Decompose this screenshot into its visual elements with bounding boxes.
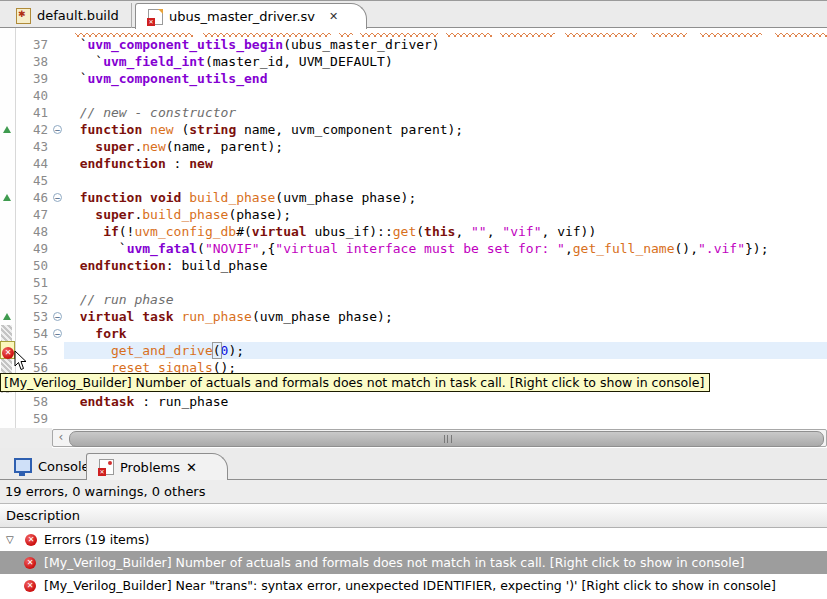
fold-ruler-cell: −	[52, 308, 64, 325]
code-line[interactable]: `uvm_field_int(master_id, UVM_DEFAULT)	[64, 53, 827, 70]
code-editor[interactable]: 37 `uvm_component_utils_begin(ubus_maste…	[0, 28, 827, 448]
annotation-cell	[0, 308, 16, 325]
problem-row-text: [My_Verilog_Builder] Number of actuals a…	[44, 555, 744, 570]
code-token-plain	[64, 224, 103, 239]
line-number: 46	[16, 189, 52, 206]
code-token-plain: );	[228, 343, 244, 358]
error-tooltip: [My_Verilog_Builder] Number of actuals a…	[0, 373, 710, 392]
tab-default-build[interactable]: default.build	[4, 3, 132, 28]
code-line[interactable]: if(!uvm_config_db#(virtual ubus_if)::get…	[64, 223, 827, 240]
problem-row-text: [My_Verilog_Builder] Near "trans": synta…	[44, 578, 776, 593]
errors-group-row[interactable]: ▽ ✕ Errors (19 items)	[0, 528, 827, 551]
code-token-macro: uvm_field_int	[103, 54, 205, 69]
code-token-plain: (),	[675, 241, 698, 256]
fold-ruler-cell	[52, 410, 64, 427]
code-line[interactable]: super.build_phase(phase);	[64, 206, 827, 223]
line-number: 52	[16, 291, 52, 308]
occurrence-arrow-icon	[3, 126, 11, 133]
fold-ruler-cell	[52, 240, 64, 257]
code-line[interactable]: // run phase	[64, 291, 827, 308]
tab-ubus-master-driver[interactable]: ubus_master_driver.sv ✕	[135, 3, 367, 29]
tab-label: default.build	[37, 8, 119, 23]
code-line[interactable]	[64, 274, 827, 291]
code-token-plain: :	[166, 156, 189, 171]
annotation-cell	[0, 53, 16, 70]
code-line[interactable]: function new (string name, uvm_component…	[64, 121, 827, 138]
scrollbar-left-arrow-icon[interactable]: ‹	[54, 431, 68, 445]
code-token-plain: #(	[236, 224, 252, 239]
occurrence-arrow-icon	[3, 194, 11, 201]
code-token-keyword: endtask	[80, 394, 135, 409]
editor-line-row: ✕55 get_and_drive(0);	[0, 342, 827, 359]
fold-collapse-icon[interactable]: −	[53, 125, 62, 134]
close-tab-icon[interactable]: ✕	[329, 10, 338, 23]
code-token-plain: ubus_if)::	[307, 224, 393, 239]
fold-ruler-cell	[52, 138, 64, 155]
fold-ruler-cell	[52, 291, 64, 308]
code-line[interactable]: endtask : run_phase	[64, 393, 827, 410]
problem-row[interactable]: ✕ [My_Verilog_Builder] Number of actuals…	[0, 551, 827, 574]
annotation-cell	[0, 410, 16, 427]
code-line[interactable]: super.new(name, parent);	[64, 138, 827, 155]
code-line[interactable]: endfunction : new	[64, 155, 827, 172]
error-marker-icon[interactable]: ✕	[2, 347, 14, 359]
code-token-keyword: endfunction	[80, 156, 166, 171]
code-token-string: "NOVIF"	[205, 241, 260, 256]
code-line[interactable]: endfunction: build_phase	[64, 257, 827, 274]
editor-line-row: 42− function new (string name, uvm_compo…	[0, 121, 827, 138]
annotation-cell	[0, 155, 16, 172]
code-token-string: ""	[471, 224, 487, 239]
code-token-keyword: this	[424, 224, 455, 239]
code-line[interactable]	[64, 410, 827, 427]
scrollbar-thumb[interactable]	[69, 431, 824, 447]
editor-line-row: 54− fork	[0, 325, 827, 342]
line-number: 39	[16, 70, 52, 87]
editor-line-row: 46− function void build_phase(uvm_phase …	[0, 189, 827, 206]
tab-problems[interactable]: Problems ✕	[86, 453, 228, 480]
code-line[interactable]: fork	[64, 325, 827, 342]
line-number: 48	[16, 223, 52, 240]
problems-list: ▽ ✕ Errors (19 items) ✕ [My_Verilog_Buil…	[0, 528, 827, 599]
line-number: 43	[16, 138, 52, 155]
fold-ruler-cell	[52, 393, 64, 410]
code-token-plain	[64, 258, 80, 273]
code-token-plain: `	[64, 71, 87, 86]
code-line[interactable]: // new - constructor	[64, 104, 827, 121]
error-marker-hover-box[interactable]: ✕	[0, 341, 15, 359]
code-line[interactable]: get_and_drive(0);	[64, 342, 827, 359]
tab-label: Console	[38, 459, 90, 474]
problem-row[interactable]: ✕ [My_Verilog_Builder] Near "trans": syn…	[0, 574, 827, 597]
code-line[interactable]: function void build_phase(uvm_phase phas…	[64, 189, 827, 206]
tree-expander-icon[interactable]: ▽	[6, 534, 18, 545]
code-line[interactable]	[64, 172, 827, 189]
code-line[interactable]	[64, 87, 827, 104]
code-token-plain: (uvm_phase phase);	[252, 309, 393, 324]
editor-line-row: 48 if(!uvm_config_db#(virtual ubus_if)::…	[0, 223, 827, 240]
code-token-keyword: super	[95, 207, 134, 222]
annotation-cell	[0, 257, 16, 274]
horizontal-scrollbar[interactable]: ‹	[52, 429, 827, 447]
description-column-header[interactable]: Description	[0, 504, 827, 528]
annotation-cell	[0, 138, 16, 155]
editor-line-row: 41 // new - constructor	[0, 104, 827, 121]
code-token-call: get	[393, 224, 416, 239]
code-line[interactable]: virtual task run_phase(uvm_phase phase);	[64, 308, 827, 325]
code-token-call: new	[142, 139, 165, 154]
fold-collapse-icon[interactable]: −	[53, 312, 62, 321]
line-number: 58	[16, 393, 52, 410]
code-token-plain: `	[64, 54, 103, 69]
code-line[interactable]: `uvm_fatal("NOVIF",{"virtual interface m…	[64, 240, 827, 257]
code-token-plain: `	[64, 37, 87, 52]
fold-ruler-cell: −	[52, 121, 64, 138]
code-token-call: get_and_drive	[111, 343, 213, 358]
code-token-plain	[64, 309, 80, 324]
code-line[interactable]: `uvm_component_utils_begin(ubus_master_d…	[64, 36, 827, 53]
close-tab-icon[interactable]: ✕	[186, 460, 197, 475]
fold-collapse-icon[interactable]: −	[53, 193, 62, 202]
line-number: 40	[16, 87, 52, 104]
scrollbar-grip-icon	[444, 435, 452, 443]
line-number: 54	[16, 325, 52, 342]
fold-collapse-icon[interactable]: −	[53, 329, 62, 338]
code-token-plain	[64, 207, 95, 222]
code-line[interactable]: `uvm_component_utils_end	[64, 70, 827, 87]
